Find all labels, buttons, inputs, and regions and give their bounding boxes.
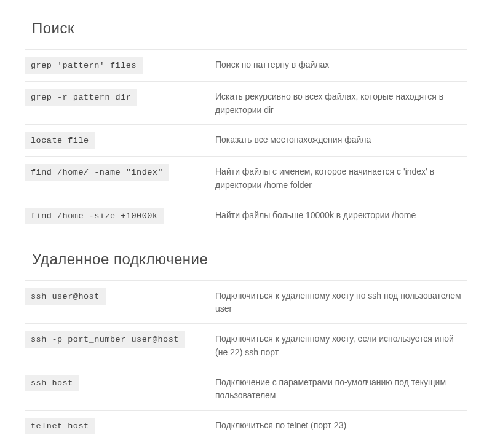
table-row: ssh user@host Подключиться к удаленному … xyxy=(25,280,467,324)
command-cell: grep 'pattern' files xyxy=(25,57,215,74)
command-cell: ssh user@host xyxy=(25,288,215,305)
command-code: grep 'pattern' files xyxy=(25,57,143,74)
table-row: find /home/ -name "index" Найти файлы с … xyxy=(25,157,467,200)
description-cell: Подключиться к удаленному хосту по ssh п… xyxy=(215,288,467,316)
section-title: Поиск xyxy=(32,20,467,37)
command-cell: ssh -p port_number user@host xyxy=(25,331,215,348)
description-cell: Найти файлы больше 10000k в директории /… xyxy=(215,208,467,222)
command-cell: grep -r pattern dir xyxy=(25,89,215,106)
table-row: telnet host Подключиться по telnet (порт… xyxy=(25,411,467,442)
command-code: find /home/ -name "index" xyxy=(25,164,169,181)
command-cell: find /home/ -name "index" xyxy=(25,164,215,181)
command-code: ssh user@host xyxy=(25,288,106,305)
section-remote-connection: Удаленное подключение ssh user@host Подк… xyxy=(25,251,467,442)
command-cell: ssh host xyxy=(25,375,215,391)
command-cell: find /home -size +10000k xyxy=(25,208,215,224)
description-cell: Искать рекурсивно во всех файлах, которы… xyxy=(215,89,467,117)
command-code: telnet host xyxy=(25,418,95,434)
command-cell: locate file xyxy=(25,132,215,149)
command-code: ssh -p port_number user@host xyxy=(25,331,185,348)
command-code: ssh host xyxy=(25,375,79,391)
section-title: Удаленное подключение xyxy=(32,251,467,268)
description-cell: Поиск по паттерну в файлах xyxy=(215,57,467,72)
table-row: find /home -size +10000k Найти файлы бол… xyxy=(25,200,467,232)
table-row: grep 'pattern' files Поиск по паттерну в… xyxy=(25,49,467,82)
section-search: Поиск grep 'pattern' files Поиск по патт… xyxy=(25,20,467,232)
description-cell: Подключиться к удаленному хосту, если ис… xyxy=(215,331,467,359)
table-row: ssh -p port_number user@host Подключитьс… xyxy=(25,324,467,367)
table-row: ssh host Подключение с параметрами по-ум… xyxy=(25,367,467,411)
description-cell: Показать все местонахождения файла xyxy=(215,132,467,147)
table-row: locate file Показать все местонахождения… xyxy=(25,125,467,157)
command-code: locate file xyxy=(25,132,95,149)
command-code: find /home -size +10000k xyxy=(25,208,164,224)
table-row: grep -r pattern dir Искать рекурсивно во… xyxy=(25,82,467,125)
command-code: grep -r pattern dir xyxy=(25,89,137,106)
description-cell: Найти файлы с именем, которое начинается… xyxy=(215,164,467,192)
command-cell: telnet host xyxy=(25,418,215,434)
description-cell: Подключиться по telnet (порт 23) xyxy=(215,418,467,433)
description-cell: Подключение с параметрами по-умолчанию п… xyxy=(215,375,467,403)
